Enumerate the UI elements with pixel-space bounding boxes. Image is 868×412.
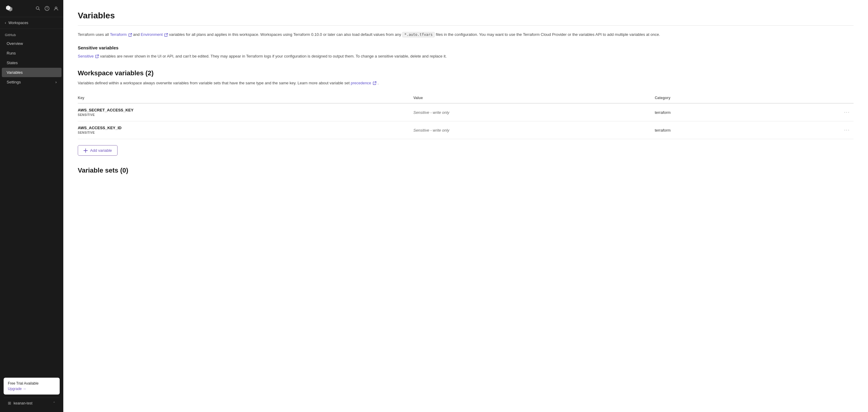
sensitive-description: Sensitive variables are never shown in t… [78, 53, 854, 60]
user-button[interactable] [54, 6, 59, 11]
sensitive-desc-text: variables are never shown in the UI or A… [100, 54, 447, 59]
var-value-1: Sensitive - write only [413, 110, 449, 115]
ws-desc-part1: Variables defined within a workspace alw… [78, 81, 351, 85]
ws-desc-part2: . [378, 81, 379, 85]
page-title: Variables [78, 11, 854, 21]
col-value: Value [410, 93, 651, 103]
col-category: Category [651, 93, 780, 103]
var-value-cell-1: Sensitive - write only [410, 103, 651, 122]
sensitive-link[interactable]: Sensitive [78, 54, 99, 59]
sidebar: ? ‹ Workspaces GitHub Overview Runs Stat… [0, 0, 63, 412]
var-value-cell-2: Sensitive - write only [410, 122, 651, 139]
trial-box: Free Trial Available Upgrade → [4, 378, 60, 394]
var-key-1: AWS_SECRET_ACCESS_KEY [78, 108, 406, 112]
workspace-vars-heading: Workspace variables (2) [78, 69, 854, 77]
table-row: AWS_SECRET_ACCESS_KEY SENSITIVE Sensitiv… [78, 103, 854, 122]
add-variable-button[interactable]: Add variable [78, 145, 118, 156]
col-key: Key [78, 93, 410, 103]
precedence-link[interactable]: precedence [351, 81, 377, 85]
var-category-cell-1: terraform [651, 103, 780, 122]
desc-part2: and [133, 32, 141, 37]
upgrade-link[interactable]: Upgrade → [8, 387, 56, 391]
sidebar-item-overview[interactable]: Overview [2, 39, 61, 48]
var-key-2: AWS_ACCESS_KEY_ID [78, 126, 406, 130]
sidebar-item-runs[interactable]: Runs [2, 48, 61, 58]
sensitive-subtitle: Sensitive variables [78, 45, 854, 50]
desc-part1: Terraform uses all [78, 32, 110, 37]
terraform-link[interactable]: Terraform [110, 32, 132, 37]
sidebar-item-states[interactable]: States [2, 58, 61, 67]
main-content: Variables Terraform uses all Terraform a… [63, 0, 868, 412]
inline-code: *.auto.tfvars [402, 32, 435, 37]
col-actions [781, 93, 854, 103]
workspace-chevron-icon: ⌃ [53, 401, 56, 405]
var-more-cell-1: ··· [781, 103, 854, 122]
external-link-icon4 [373, 81, 376, 85]
nav-section-label: GitHub [0, 29, 63, 39]
sidebar-header: ? [0, 0, 63, 17]
help-button[interactable]: ? [44, 6, 50, 11]
search-button[interactable] [36, 6, 40, 11]
desc-part3: variables for all plans and applies in t… [169, 32, 402, 37]
add-variable-label: Add variable [90, 148, 112, 153]
environment-link[interactable]: Environment [141, 32, 168, 37]
row-more-button-1[interactable]: ··· [784, 110, 850, 115]
workspaces-label: Workspaces [8, 21, 28, 25]
workspace-icon: ⊞ [8, 401, 11, 405]
var-sets-heading: Variable sets (0) [78, 167, 854, 174]
title-divider [78, 25, 854, 26]
svg-point-3 [55, 7, 57, 9]
row-more-button-2[interactable]: ··· [784, 127, 850, 133]
var-value-2: Sensitive - write only [413, 128, 449, 133]
terraform-logo-icon [5, 4, 13, 13]
variables-table: Key Value Category AWS_SECRET_ACCESS_KEY… [78, 93, 854, 139]
workspaces-link[interactable]: ‹ Workspaces [0, 17, 63, 29]
var-key-cell: AWS_SECRET_ACCESS_KEY SENSITIVE [78, 103, 410, 122]
chevron-left-icon: ‹ [5, 21, 6, 25]
var-key-cell-2: AWS_ACCESS_KEY_ID SENSITIVE [78, 122, 410, 139]
external-link-icon2 [164, 33, 168, 37]
table-header-row: Key Value Category [78, 93, 854, 103]
workspace-name: keanan-test [13, 401, 50, 405]
var-more-cell-2: ··· [781, 122, 854, 139]
sidebar-item-settings[interactable]: Settings › [2, 77, 61, 87]
chevron-right-icon: › [56, 80, 57, 84]
workspace-vars-desc: Variables defined within a workspace alw… [78, 80, 854, 87]
svg-text:?: ? [46, 7, 48, 10]
external-link-icon [128, 33, 132, 37]
trial-title: Free Trial Available [8, 381, 56, 385]
var-badge-1: SENSITIVE [78, 113, 95, 116]
table-row: AWS_ACCESS_KEY_ID SENSITIVE Sensitive - … [78, 122, 854, 139]
sidebar-header-icons: ? [36, 6, 59, 11]
plus-icon [84, 148, 88, 153]
workspace-footer[interactable]: ⊞ keanan-test ⌃ [4, 398, 60, 408]
sidebar-item-variables[interactable]: Variables [2, 68, 61, 77]
external-link-icon3 [95, 55, 99, 58]
sidebar-bottom: Free Trial Available Upgrade → ⊞ keanan-… [0, 374, 63, 412]
var-badge-2: SENSITIVE [78, 131, 95, 134]
intro-description: Terraform uses all Terraform and Environ… [78, 32, 854, 38]
desc-part4: files in the configuration. You may want… [436, 32, 660, 37]
sidebar-nav: Overview Runs States Variables Settings … [0, 39, 63, 87]
var-category-cell-2: terraform [651, 122, 780, 139]
